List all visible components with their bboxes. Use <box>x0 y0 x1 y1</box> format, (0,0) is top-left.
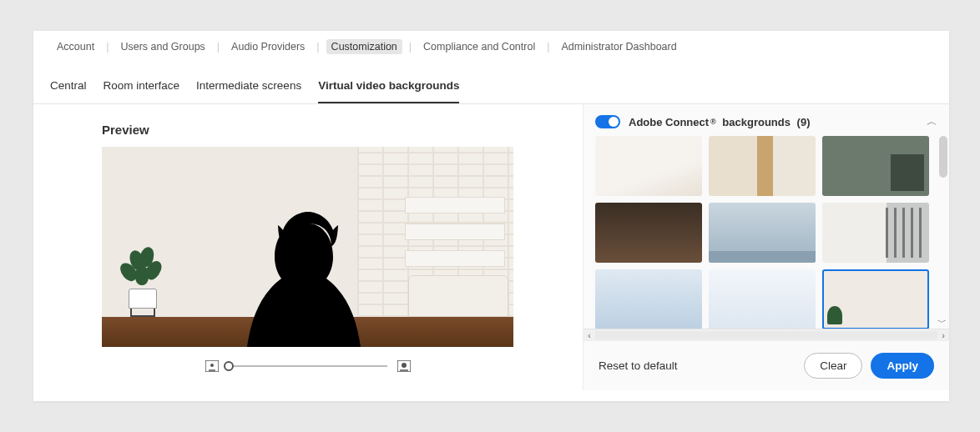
horizontal-scrollbar[interactable]: ‹ › <box>583 329 949 340</box>
bg-thumb[interactable] <box>709 269 816 329</box>
backgrounds-title: Adobe Connect® backgrounds (9) <box>629 116 810 128</box>
bg-thumb[interactable] <box>709 203 816 263</box>
tab-intermediate-screens[interactable]: Intermediate screens <box>196 79 301 103</box>
bg-thumb[interactable] <box>709 136 816 196</box>
person-silhouette-icon <box>237 207 379 347</box>
svg-point-1 <box>210 364 214 367</box>
bg-thumb[interactable] <box>822 136 929 196</box>
scroll-right-icon[interactable]: › <box>937 330 949 340</box>
backgrounds-toggle[interactable] <box>595 115 620 128</box>
vertical-scrollbar[interactable]: ﹀ <box>939 136 947 329</box>
tab-virtual-video-backgrounds[interactable]: Virtual video backgrounds <box>318 79 459 103</box>
tab-room-interface[interactable]: Room interface <box>104 79 180 103</box>
crumb-admin-dashboard[interactable]: Administrator Dashboard <box>556 39 681 54</box>
scroll-left-icon[interactable]: ‹ <box>583 330 595 340</box>
apply-button[interactable]: Apply <box>871 353 934 379</box>
zoom-slider[interactable] <box>229 365 387 367</box>
zoom-slider-handle[interactable] <box>224 361 234 371</box>
chevron-up-icon[interactable]: ︿ <box>927 114 937 129</box>
bg-thumb[interactable] <box>595 203 702 263</box>
crumb-users-groups[interactable]: Users and Groups <box>115 39 210 54</box>
backgrounds-grid <box>583 136 949 329</box>
preview-title: Preview <box>102 123 548 137</box>
bg-thumb[interactable] <box>595 136 702 196</box>
bg-thumb[interactable] <box>822 203 929 263</box>
registered-icon: ® <box>710 118 716 126</box>
breadcrumb: Account| Users and Groups| Audio Provide… <box>33 31 949 54</box>
preview-image <box>102 147 513 347</box>
svg-point-3 <box>402 363 407 368</box>
bg-thumb[interactable] <box>595 269 702 329</box>
crumb-compliance[interactable]: Compliance and Control <box>418 39 540 54</box>
bg-thumb[interactable] <box>822 269 929 329</box>
clear-button[interactable]: Clear <box>804 353 862 379</box>
tab-central[interactable]: Central <box>50 79 87 103</box>
crumb-audio-providers[interactable]: Audio Providers <box>226 39 310 54</box>
tabs: Central Room interface Intermediate scre… <box>33 79 949 104</box>
zoom-in-icon <box>397 360 411 372</box>
zoom-out-icon <box>205 360 219 372</box>
crumb-account[interactable]: Account <box>52 39 99 54</box>
chevron-down-icon[interactable]: ﹀ <box>937 316 947 329</box>
reset-to-default-link[interactable]: Reset to default <box>599 359 678 372</box>
crumb-customization[interactable]: Customization <box>326 39 402 54</box>
